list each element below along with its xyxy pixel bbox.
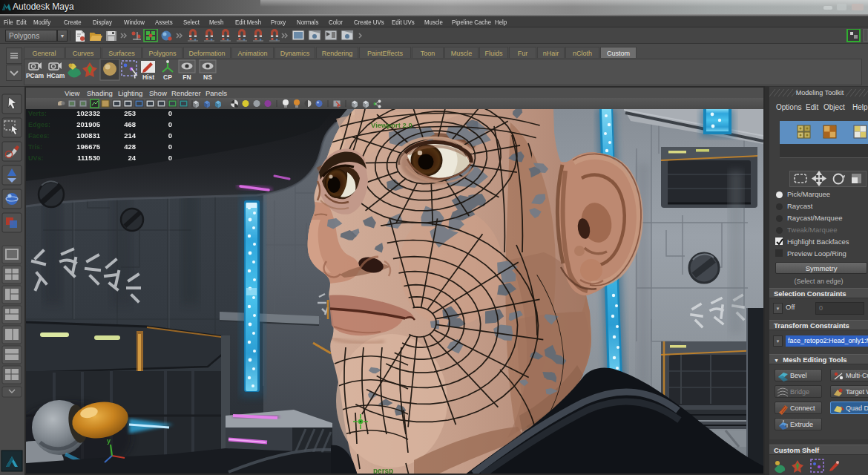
- svg-text:253: 253: [124, 109, 136, 117]
- svg-text:214: 214: [124, 131, 137, 140]
- svg-text:Hist: Hist: [142, 73, 154, 81]
- svg-text:y: y: [107, 437, 111, 445]
- svg-text:NS: NS: [203, 73, 212, 81]
- svg-text:Tris:: Tris:: [28, 143, 42, 151]
- svg-text:0: 0: [168, 142, 172, 151]
- svg-text:196675: 196675: [76, 142, 100, 151]
- svg-text:persp: persp: [373, 467, 393, 474]
- svg-text:0: 0: [168, 154, 172, 162]
- svg-text:FN: FN: [183, 73, 191, 81]
- svg-text:24: 24: [128, 154, 136, 162]
- svg-text:100831: 100831: [76, 131, 100, 140]
- svg-text:102332: 102332: [76, 109, 100, 117]
- svg-text:0: 0: [168, 131, 172, 140]
- svg-text:PCam: PCam: [26, 72, 45, 79]
- svg-text:CP: CP: [163, 73, 172, 81]
- svg-text:Faces:: Faces:: [28, 132, 50, 140]
- svg-text:0: 0: [168, 120, 172, 128]
- svg-text:201905: 201905: [76, 120, 100, 128]
- svg-text:Edges:: Edges:: [28, 121, 50, 128]
- svg-text:468: 468: [124, 120, 136, 128]
- svg-text:Modeling Toolkit: Modeling Toolkit: [796, 89, 844, 96]
- svg-text:428: 428: [124, 142, 136, 151]
- svg-text:UVs:: UVs:: [28, 154, 44, 162]
- svg-text:Verts:: Verts:: [28, 110, 47, 117]
- svg-text:Viewport 2.0: Viewport 2.0: [371, 121, 412, 129]
- svg-text:0: 0: [168, 109, 172, 117]
- svg-text:111530: 111530: [77, 154, 100, 162]
- svg-text:HCam: HCam: [47, 72, 65, 79]
